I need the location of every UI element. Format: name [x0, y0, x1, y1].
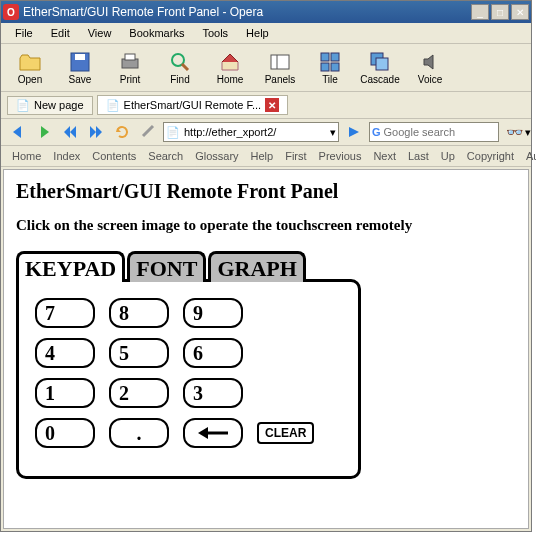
- floppy-icon: [68, 50, 92, 74]
- dropdown-icon[interactable]: ▾: [525, 126, 531, 139]
- cascade-label: Cascade: [360, 74, 399, 85]
- url-input[interactable]: [184, 126, 326, 138]
- key-backspace[interactable]: [183, 418, 243, 448]
- tab-font[interactable]: FONT: [127, 251, 206, 282]
- panels-icon: [268, 50, 292, 74]
- forward-button[interactable]: [33, 122, 55, 142]
- cascade-button[interactable]: Cascade: [357, 48, 403, 87]
- maximize-button[interactable]: □: [491, 4, 509, 20]
- link-first[interactable]: First: [280, 149, 311, 163]
- key-clear[interactable]: CLEAR: [257, 422, 314, 444]
- link-last[interactable]: Last: [403, 149, 434, 163]
- svg-rect-11: [331, 63, 339, 71]
- house-icon: [218, 50, 242, 74]
- key-6[interactable]: 6: [183, 338, 243, 368]
- link-up[interactable]: Up: [436, 149, 460, 163]
- menu-bookmarks[interactable]: Bookmarks: [121, 25, 192, 41]
- home-label: Home: [217, 74, 244, 85]
- new-page-tab[interactable]: 📄 New page: [7, 96, 93, 115]
- back-button[interactable]: [7, 122, 29, 142]
- svg-rect-9: [331, 53, 339, 61]
- menu-tools[interactable]: Tools: [194, 25, 236, 41]
- key-dot[interactable]: .: [109, 418, 169, 448]
- google-icon: G: [372, 126, 381, 138]
- link-help[interactable]: Help: [246, 149, 279, 163]
- key-8[interactable]: 8: [109, 298, 169, 328]
- voice-icon: [418, 50, 442, 74]
- print-button[interactable]: Print: [107, 48, 153, 87]
- link-author[interactable]: Author: [521, 149, 536, 163]
- tab-graph[interactable]: GRAPH: [208, 251, 305, 282]
- active-tab[interactable]: 📄 EtherSmart/GUI Remote F... ✕: [97, 95, 289, 115]
- link-home[interactable]: Home: [7, 149, 46, 163]
- svg-rect-6: [271, 55, 289, 69]
- tile-label: Tile: [322, 74, 338, 85]
- find-button[interactable]: Find: [157, 48, 203, 87]
- save-label: Save: [69, 74, 92, 85]
- menu-file[interactable]: File: [7, 25, 41, 41]
- link-previous[interactable]: Previous: [314, 149, 367, 163]
- panels-button[interactable]: Panels: [257, 48, 303, 87]
- key-3[interactable]: 3: [183, 378, 243, 408]
- tab-keypad[interactable]: KEYPAD: [16, 251, 125, 282]
- menu-edit[interactable]: Edit: [43, 25, 78, 41]
- search-input[interactable]: [384, 126, 522, 138]
- save-button[interactable]: Save: [57, 48, 103, 87]
- key-4[interactable]: 4: [35, 338, 95, 368]
- page-instruction: Click on the screen image to operate the…: [16, 217, 516, 234]
- app-window: O EtherSmart/GUI Remote Front Panel - Op…: [0, 0, 532, 532]
- close-button[interactable]: ✕: [511, 4, 529, 20]
- tabstrip: 📄 New page 📄 EtherSmart/GUI Remote F... …: [1, 92, 531, 119]
- fastforward-button[interactable]: [85, 122, 107, 142]
- open-label: Open: [18, 74, 42, 85]
- key-7[interactable]: 7: [35, 298, 95, 328]
- key-1[interactable]: 1: [35, 378, 95, 408]
- link-search[interactable]: Search: [143, 149, 188, 163]
- voice-button[interactable]: Voice: [407, 48, 453, 87]
- toolbar: Open Save Print Find Home Panels Tile Ca…: [1, 44, 531, 92]
- svg-line-14: [143, 126, 153, 136]
- magnifier-icon: [168, 50, 192, 74]
- panel-tabs: KEYPAD FONT GRAPH: [16, 248, 516, 279]
- print-label: Print: [120, 74, 141, 85]
- key-5[interactable]: 5: [109, 338, 169, 368]
- open-button[interactable]: Open: [7, 48, 53, 87]
- titlebar: O EtherSmart/GUI Remote Front Panel - Op…: [1, 1, 531, 23]
- link-contents[interactable]: Contents: [87, 149, 141, 163]
- wand-button[interactable]: [137, 122, 159, 142]
- find-label: Find: [170, 74, 189, 85]
- minimize-button[interactable]: _: [471, 4, 489, 20]
- folder-open-icon: [18, 50, 42, 74]
- svg-rect-10: [321, 63, 329, 71]
- key-9[interactable]: 9: [183, 298, 243, 328]
- page-icon: 📄: [166, 126, 180, 139]
- keypad-bottom-row: 0 . CLEAR: [35, 418, 348, 448]
- printer-icon: [118, 50, 142, 74]
- key-2[interactable]: 2: [109, 378, 169, 408]
- tab-close-icon[interactable]: ✕: [265, 98, 279, 112]
- dropdown-icon[interactable]: ▾: [330, 126, 336, 139]
- rewind-button[interactable]: [59, 122, 81, 142]
- search-box[interactable]: G ▾: [369, 122, 499, 142]
- keypad-grid: 7 8 9 4 5 6 1 2 3: [35, 298, 348, 408]
- svg-rect-1: [75, 54, 85, 60]
- document-icon: 📄: [106, 99, 120, 112]
- go-button[interactable]: [343, 122, 365, 142]
- key-0[interactable]: 0: [35, 418, 95, 448]
- new-page-label: New page: [34, 99, 84, 111]
- menu-view[interactable]: View: [80, 25, 120, 41]
- reload-button[interactable]: [111, 122, 133, 142]
- link-index[interactable]: Index: [48, 149, 85, 163]
- link-glossary[interactable]: Glossary: [190, 149, 243, 163]
- menubar: File Edit View Bookmarks Tools Help: [1, 23, 531, 44]
- link-next[interactable]: Next: [368, 149, 401, 163]
- binoculars-icon[interactable]: 👓: [503, 122, 525, 142]
- window-buttons: _ □ ✕: [471, 4, 529, 20]
- menu-help[interactable]: Help: [238, 25, 277, 41]
- url-box[interactable]: 📄 ▾: [163, 122, 339, 142]
- active-tab-label: EtherSmart/GUI Remote F...: [124, 99, 262, 111]
- home-button[interactable]: Home: [207, 48, 253, 87]
- tile-button[interactable]: Tile: [307, 48, 353, 87]
- link-copyright[interactable]: Copyright: [462, 149, 519, 163]
- voice-label: Voice: [418, 74, 442, 85]
